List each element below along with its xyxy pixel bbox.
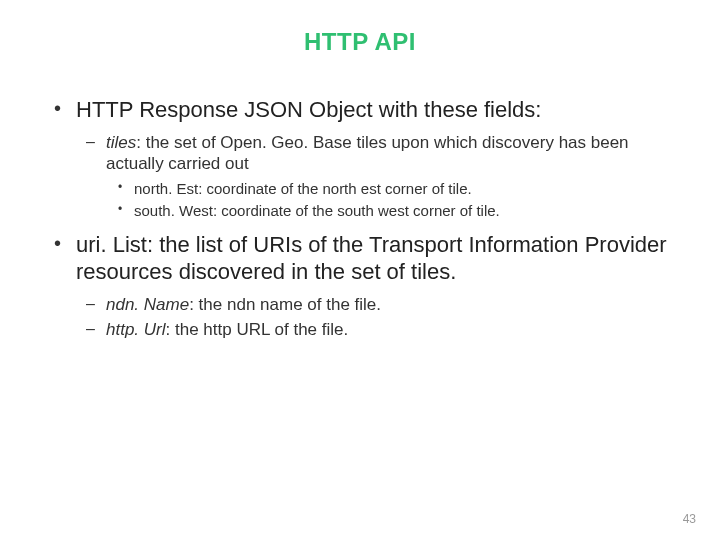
bullet-item: uri. List: the list of URIs of the Trans…	[40, 231, 680, 341]
bullet-item: http. Url: the http URL of the file.	[76, 319, 680, 340]
bullet-text: south. West: coordinate of the south wes…	[134, 202, 500, 219]
bullet-item: ndn. Name: the ndn name of the file.	[76, 294, 680, 315]
bullet-text: north. Est: coordinate of the north est …	[134, 180, 472, 197]
bullet-item: south. West: coordinate of the south wes…	[106, 202, 680, 221]
bullet-list-level-2: ndn. Name: the ndn name of the file. htt…	[76, 294, 680, 341]
bullet-item: HTTP Response JSON Object with these fie…	[40, 96, 680, 221]
bullet-text-italic: ndn. Name	[106, 295, 189, 314]
page-number: 43	[683, 512, 696, 526]
bullet-text: : the http URL of the file.	[166, 320, 349, 339]
slide: HTTP API HTTP Response JSON Object with …	[0, 0, 720, 540]
bullet-list-level-1: HTTP Response JSON Object with these fie…	[40, 96, 680, 340]
bullet-text: uri. List: the list of URIs of the Trans…	[76, 232, 667, 285]
bullet-list-level-2: tiles: the set of Open. Geo. Base tiles …	[76, 132, 680, 221]
bullet-text: : the set of Open. Geo. Base tiles upon …	[106, 133, 629, 173]
slide-content: HTTP Response JSON Object with these fie…	[40, 96, 680, 340]
bullet-item: north. Est: coordinate of the north est …	[106, 180, 680, 199]
bullet-text-italic: tiles	[106, 133, 136, 152]
bullet-text: : the ndn name of the file.	[189, 295, 381, 314]
bullet-list-level-3: north. Est: coordinate of the north est …	[106, 180, 680, 221]
bullet-text-italic: http. Url	[106, 320, 166, 339]
bullet-item: tiles: the set of Open. Geo. Base tiles …	[76, 132, 680, 221]
bullet-text: HTTP Response JSON Object with these fie…	[76, 97, 541, 122]
slide-title: HTTP API	[40, 28, 680, 56]
